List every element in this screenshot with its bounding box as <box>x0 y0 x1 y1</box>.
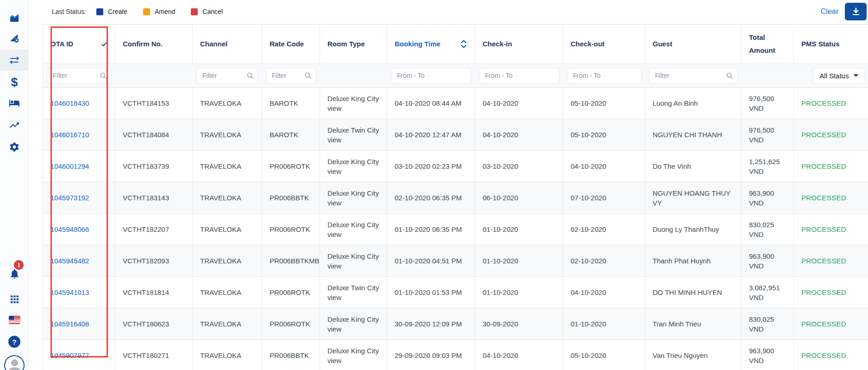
header-booking-time-label: Booking Time <box>395 38 440 51</box>
rate-code-cell: PR006ROTK <box>262 151 320 182</box>
dollar-icon: $ <box>11 76 18 88</box>
check-out-cell: 04-10-2020 <box>563 277 645 308</box>
confirm-no-cell: VCTHT180623 <box>115 308 193 340</box>
toolbar-actions: Clear <box>821 3 868 20</box>
ota-id-link[interactable]: 1045916408 <box>50 319 89 329</box>
bookings-table: OTA ID Confirm No. Channel Rate Code Roo… <box>43 24 868 370</box>
cancel-label: Cancel <box>202 8 223 15</box>
ota-id-link[interactable]: 1045941013 <box>50 287 89 297</box>
sidebar-item-bookings[interactable] <box>0 50 29 71</box>
ota-id-link[interactable]: 1045945482 <box>50 256 89 266</box>
filter-cell-room-type <box>320 64 387 88</box>
guest-filter-input[interactable] <box>649 68 738 84</box>
clear-filters-link[interactable]: Clear <box>821 7 838 16</box>
sidebar-item-language[interactable] <box>0 309 29 331</box>
last-status-legend: Last Status: Create Amend Cancel <box>43 8 234 15</box>
ota-id-link[interactable]: 1045948066 <box>50 224 89 234</box>
table-body: 1046018430 VCTHT184153 TRAVELOKA BAROTK … <box>43 88 868 370</box>
status-badge: PROCESSED <box>801 130 846 140</box>
header-ota-id[interactable]: OTA ID <box>43 25 115 64</box>
header-room-type[interactable]: Room Type <box>320 25 387 64</box>
status-badge: PROCESSED <box>801 98 846 108</box>
room-type-cell: Deluxe King City view <box>320 214 387 245</box>
ota-id-cell: 1046001294 <box>43 151 115 182</box>
status-badge: PROCESSED <box>801 161 846 171</box>
ota-id-link[interactable]: 1045907977 <box>50 351 89 360</box>
ota-id-link[interactable]: 1046018430 <box>50 98 89 108</box>
ota-id-link[interactable]: 1046001294 <box>50 161 89 171</box>
table-row: 1046018430 VCTHT184153 TRAVELOKA BAROTK … <box>43 88 868 119</box>
check-in-cell: 04-10-2020 <box>475 340 563 370</box>
header-pms-status[interactable]: PMS Status <box>794 25 868 64</box>
channel-filter-input[interactable] <box>196 68 258 84</box>
pms-status-cell: PROCESSED <box>794 182 868 214</box>
sidebar-item-reports[interactable] <box>0 27 29 49</box>
table-row: 1045907977 VCTHT180271 TRAVELOKA PR006BB… <box>43 340 868 370</box>
sidebar-item-dashboard[interactable] <box>0 8 29 29</box>
booking-time-range-input[interactable] <box>391 68 472 84</box>
channel-cell: TRAVELOKA <box>193 308 262 340</box>
ota-id-link[interactable]: 1045973192 <box>50 193 89 203</box>
filter-cell-check-out <box>563 64 645 88</box>
channel-cell: TRAVELOKA <box>193 277 262 308</box>
sidebar-item-rooms[interactable] <box>0 92 29 114</box>
channel-cell: TRAVELOKA <box>193 119 262 151</box>
filter-cell-booking-time <box>387 64 475 88</box>
bed-icon <box>9 97 20 108</box>
booking-time-cell: 03-10-2020 02:23 PM <box>387 151 475 182</box>
room-type-cell: Deluxe King City view <box>320 88 387 119</box>
user-avatar[interactable] <box>4 355 25 370</box>
header-channel[interactable]: Channel <box>193 25 262 64</box>
confirm-no-cell: VCTHT184153 <box>115 88 193 119</box>
check-in-cell: 30-09-2020 <box>475 308 563 340</box>
channel-cell: TRAVELOKA <box>193 88 262 119</box>
filter-cell-check-in <box>475 64 563 88</box>
rate-code-filter-input[interactable] <box>266 68 316 84</box>
check-in-range-input[interactable] <box>479 68 560 84</box>
filter-cell-total-amount <box>742 64 794 88</box>
sidebar-item-apps[interactable] <box>0 288 29 310</box>
table-row: 1045945482 VCTHT182093 TRAVELOKA PR006BB… <box>43 245 868 277</box>
header-confirm-no[interactable]: Confirm No. <box>115 25 193 64</box>
booking-time-cell: 01-10-2020 01:53 PM <box>387 277 475 308</box>
table-row: 1045916408 VCTHT180623 TRAVELOKA PR006RO… <box>43 308 868 340</box>
filter-cell-confirm-no <box>115 64 193 88</box>
booking-time-cell: 29-09-2020 09:03 PM <box>387 340 475 370</box>
apps-grid-icon <box>9 293 20 305</box>
check-out-cell: 02-10-2020 <box>563 214 645 245</box>
status-badge: PROCESSED <box>801 287 846 297</box>
total-amount-cell: 963,900 VND <box>742 182 794 214</box>
pms-status-dropdown[interactable]: All Status <box>813 68 865 84</box>
guest-cell: Van Trieu Nguyen <box>645 340 742 370</box>
total-amount-cell: 830,025 VND <box>742 308 794 340</box>
header-total-amount[interactable]: Total Amount <box>742 25 794 64</box>
status-legend-bar: Last Status: Create Amend Cancel Clear <box>43 0 868 23</box>
sidebar-item-performance[interactable] <box>0 115 29 136</box>
sidebar-item-help[interactable]: ? <box>0 331 29 352</box>
legend-item-amend: Amend <box>143 8 175 15</box>
pms-status-cell: PROCESSED <box>794 214 868 245</box>
header-rate-code[interactable]: Rate Code <box>262 25 320 64</box>
header-check-out[interactable]: Check-out <box>563 25 645 64</box>
ota-id-cell: 1045973192 <box>43 182 115 214</box>
header-booking-time[interactable]: Booking Time <box>387 25 475 64</box>
sort-icon[interactable] <box>460 39 467 49</box>
channel-cell: TRAVELOKA <box>193 214 262 245</box>
sidebar-item-settings[interactable] <box>0 136 29 158</box>
room-type-cell: Deluxe King City view <box>320 340 387 370</box>
room-type-cell: Deluxe King City view <box>320 308 387 340</box>
download-button[interactable] <box>845 3 867 20</box>
check-out-range-input[interactable] <box>567 68 642 84</box>
room-type-cell: Deluxe Twin City view <box>320 277 387 308</box>
ota-id-cell: 1045945482 <box>43 245 115 277</box>
ota-id-filter-input[interactable] <box>47 68 112 84</box>
ota-id-link[interactable]: 1046016710 <box>50 130 89 140</box>
status-badge: PROCESSED <box>801 256 846 266</box>
header-guest[interactable]: Guest <box>645 25 742 64</box>
sidebar-item-finance[interactable]: $ <box>0 71 29 93</box>
amend-swatch <box>143 8 150 15</box>
header-check-in[interactable]: Check-in <box>475 25 563 64</box>
ota-id-cell: 1046018430 <box>43 88 115 119</box>
table-header-row: OTA ID Confirm No. Channel Rate Code Roo… <box>43 25 868 64</box>
guest-cell: DO THI MINH HUYEN <box>645 277 742 308</box>
